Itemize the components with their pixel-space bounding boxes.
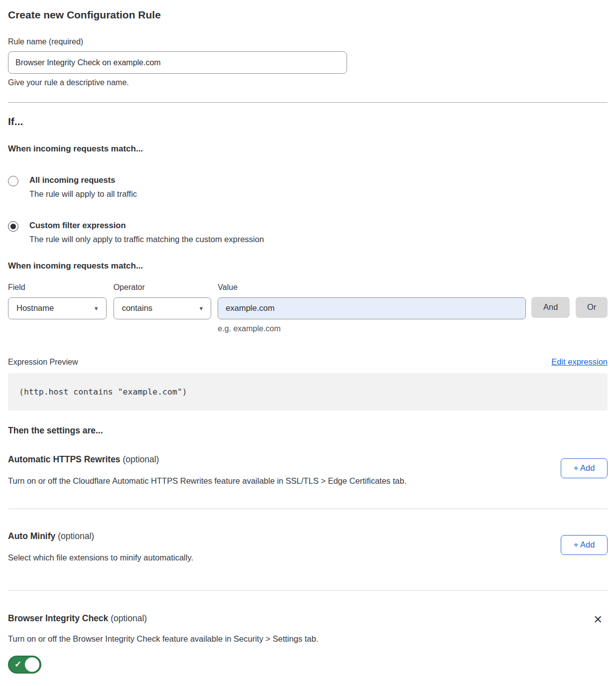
setting-automatic-https-rewrites: Automatic HTTPS Rewrites (optional) Turn… [8,454,608,486]
radio-icon-selected[interactable] [8,221,18,232]
page-title: Create new Configuration Rule [8,9,608,21]
or-button[interactable]: Or [576,297,608,318]
rule-name-label: Rule name (required) [8,37,608,46]
section-divider [8,509,608,509]
operator-select-value: contains [122,303,152,313]
then-settings-heading: Then the settings are... [8,425,608,436]
setting-optional-tag: (optional) [123,454,159,464]
edit-expression-link[interactable]: Edit expression [551,357,608,367]
rule-name-input[interactable] [8,51,347,74]
field-label: Field [8,283,107,292]
expression-preview-box: (http.host contains "example.com") [8,373,608,411]
if-heading: If... [8,116,608,128]
field-select-value: Hostname [16,303,54,313]
setting-description: Select which file extensions to minify a… [8,552,193,563]
setting-optional-tag: (optional) [58,531,94,541]
browser-integrity-check-toggle[interactable]: ✓ [8,656,41,674]
radio-label: All incoming requests [29,175,137,185]
radio-label: Custom filter expression [29,220,264,231]
radio-custom-filter-expression[interactable]: Custom filter expression The rule will o… [8,220,608,244]
setting-optional-tag: (optional) [111,613,147,623]
section-divider [8,590,608,591]
setting-browser-integrity-check: Browser Integrity Check (optional) Turn … [8,613,608,673]
section-divider [8,102,608,103]
operator-select[interactable]: contains ▼ [114,297,212,319]
chevron-down-icon: ▼ [198,305,204,311]
value-input[interactable] [218,297,526,319]
setting-title: Auto Minify [8,531,55,541]
create-configuration-rule-page: Create new Configuration Rule Rule name … [0,0,616,674]
field-select[interactable]: Hostname ▼ [8,297,107,319]
and-button[interactable]: And [531,297,570,318]
expression-preview-header: Expression Preview Edit expression [8,357,608,367]
rule-name-helper: Give your rule a descriptive name. [8,78,608,87]
value-helper: e.g. example.com [218,324,526,333]
radio-description: The rule will apply to all traffic [29,189,137,199]
chevron-down-icon: ▼ [94,305,99,311]
radio-icon[interactable] [8,176,18,186]
filter-match-heading: When incoming requests match... [8,261,608,271]
add-automatic-https-rewrites-button[interactable]: + Add [561,458,608,478]
value-label: Value [218,283,526,292]
add-auto-minify-button[interactable]: + Add [561,535,608,555]
check-icon: ✓ [14,659,21,670]
setting-auto-minify: Auto Minify (optional) Select which file… [8,531,608,563]
setting-description: Turn on or off the Browser Integrity Che… [8,634,318,644]
filter-expression-builder: Field Hostname ▼ Operator contains ▼ Val… [8,283,608,333]
setting-description: Turn on or off the Cloudflare Automatic … [8,476,406,486]
radio-description: The rule will only apply to traffic matc… [29,234,264,245]
expression-code: (http.host contains "example.com") [19,387,187,397]
expression-preview-label: Expression Preview [8,358,78,367]
match-heading: When incoming requests match... [8,144,608,154]
operator-label: Operator [114,283,212,292]
close-icon[interactable]: ✕ [594,614,603,625]
toggle-knob[interactable] [25,657,39,672]
setting-title: Automatic HTTPS Rewrites [8,454,121,464]
radio-all-incoming-requests[interactable]: All incoming requests The rule will appl… [8,175,608,199]
setting-title: Browser Integrity Check [8,613,108,623]
